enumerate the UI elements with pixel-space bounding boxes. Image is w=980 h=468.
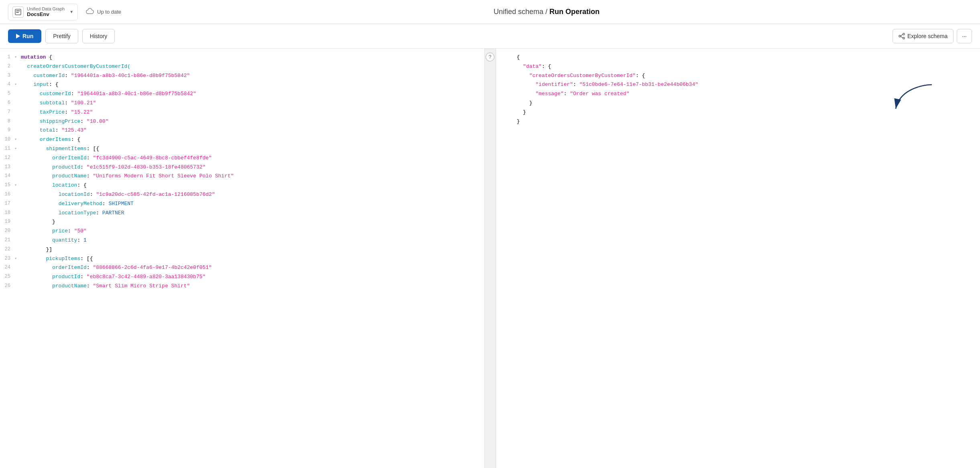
line-number: 11 — [0, 144, 14, 153]
line-number: 4 — [0, 80, 14, 88]
line-content: mutation { — [21, 53, 484, 62]
fold-arrow[interactable]: ▾ — [14, 135, 21, 143]
line-content: customerId: "1964401a-a8b3-40c1-b86e-d8b… — [21, 89, 484, 98]
fold-arrow[interactable] — [14, 89, 21, 91]
more-label: ··· — [962, 33, 967, 39]
line-content: orderItemId: "88668866-2c6d-4fa6-9e17-4b… — [21, 263, 484, 272]
run-button[interactable]: Run — [8, 29, 41, 43]
line-number: 7 — [0, 108, 14, 116]
code-line: 15▾ location: { — [0, 181, 484, 190]
code-line: 7 taxPrice: "15.22" — [0, 108, 484, 117]
toolbar-right: Explore schema ··· — [893, 29, 972, 43]
fold-arrow[interactable]: ▾ — [14, 80, 21, 88]
fold-arrow[interactable] — [14, 190, 21, 191]
line-content: quantity: 1 — [21, 236, 484, 245]
right-panel: { "data": { "createOrdersCustomerByCusto… — [496, 49, 980, 468]
explore-schema-button[interactable]: Explore schema — [893, 29, 954, 43]
fold-arrow[interactable] — [14, 263, 21, 265]
help-button[interactable]: ? — [486, 53, 494, 61]
line-content: createOrdersCustomerByCustomerId( — [21, 62, 484, 71]
result-line-content: } — [517, 117, 980, 126]
fold-arrow[interactable] — [14, 98, 21, 100]
line-number: 20 — [0, 226, 14, 235]
prettify-label: Prettify — [53, 33, 71, 39]
code-line: 22 }] — [0, 245, 484, 254]
code-line: 14 productName: "Uniforms Modern Fit Sho… — [0, 171, 484, 181]
fold-arrow[interactable]: ▾ — [14, 254, 21, 262]
line-content: shippingPrice: "10.00" — [21, 117, 484, 126]
line-content: productId: "eb8c8ca7-3c42-4489-a820-3aa1… — [21, 272, 484, 281]
line-content: productName: "Uniforms Modern Fit Short … — [21, 171, 484, 181]
code-line: 10▾ orderItems: { — [0, 135, 484, 144]
fold-arrow[interactable] — [14, 62, 21, 63]
sync-label: Up to date — [97, 9, 121, 15]
result-editor[interactable]: { "data": { "createOrdersCustomerByCusto… — [496, 49, 980, 468]
code-line: 3 customerId: "1964401a-a8b3-40c1-b86e-d… — [0, 71, 484, 80]
more-button[interactable]: ··· — [957, 29, 972, 43]
result-line: } — [496, 108, 980, 117]
fold-arrow[interactable]: ▾ — [14, 53, 21, 61]
fold-arrow[interactable] — [14, 126, 21, 127]
play-icon — [16, 34, 20, 39]
line-number: 21 — [0, 236, 14, 244]
line-number: 6 — [0, 98, 14, 107]
line-content: input: { — [21, 80, 484, 89]
env-selector[interactable]: Unified Data Graph DocsEnv ▼ — [8, 4, 78, 20]
line-content: orderItemId: "fc3d4900-c5ac-4649-8bc8-cb… — [21, 153, 484, 163]
line-content: locationType: PARTNER — [21, 208, 484, 218]
fold-arrow[interactable]: ▾ — [14, 181, 21, 189]
fold-arrow[interactable] — [14, 108, 21, 109]
fold-arrow[interactable] — [14, 236, 21, 237]
history-label: History — [90, 33, 108, 39]
code-line: 13 productId: "e1c515f9-102d-4830-b353-1… — [0, 163, 484, 172]
code-line: 11▾ shipmentItems: [{ — [0, 144, 484, 153]
code-line: 21 quantity: 1 — [0, 236, 484, 245]
fold-arrow[interactable] — [14, 272, 21, 274]
line-content: productName: "Smart Slim Micro Stripe Sh… — [21, 281, 484, 291]
fold-arrow[interactable] — [14, 171, 21, 173]
code-line: 24 orderItemId: "88668866-2c6d-4fa6-9e17… — [0, 263, 484, 272]
fold-arrow[interactable] — [14, 217, 21, 219]
line-content: price: "50" — [21, 226, 484, 236]
svg-rect-3 — [899, 35, 901, 37]
history-button[interactable]: History — [82, 29, 115, 43]
code-line: 23▾ pickupItems: [{ — [0, 254, 484, 263]
header: Unified Data Graph DocsEnv ▼ Up to date … — [0, 0, 980, 24]
result-line-content: } — [517, 98, 980, 108]
divider-panel: ? — [485, 49, 496, 468]
code-line: 8 shippingPrice: "10.00" — [0, 117, 484, 126]
line-content: location: { — [21, 181, 484, 190]
line-content: pickupItems: [{ — [21, 254, 484, 263]
fold-arrow[interactable] — [14, 281, 21, 283]
code-line: 2 createOrdersCustomerByCustomerId( — [0, 62, 484, 71]
result-line-content: "identifier": "51c0bde6-7e64-11e7-bb31-b… — [517, 80, 980, 89]
fold-arrow[interactable] — [14, 199, 21, 201]
left-panel: 1▾mutation {2 createOrdersCustomerByCust… — [0, 49, 485, 468]
fold-arrow[interactable] — [14, 117, 21, 118]
fold-arrow[interactable] — [14, 208, 21, 210]
fold-arrow[interactable]: ▾ — [14, 144, 21, 152]
line-number: 19 — [0, 217, 14, 226]
svg-rect-5 — [903, 37, 905, 39]
svg-line-6 — [901, 34, 903, 36]
svg-rect-2 — [16, 12, 19, 13]
fold-arrow[interactable] — [14, 71, 21, 73]
page-title: Unified schema / Run Operation — [121, 8, 972, 16]
line-content: orderItems: { — [21, 135, 484, 144]
prettify-button[interactable]: Prettify — [45, 29, 78, 43]
code-line: 26 productName: "Smart Slim Micro Stripe… — [0, 281, 484, 291]
fold-arrow[interactable] — [14, 226, 21, 228]
code-line: 12 orderItemId: "fc3d4900-c5ac-4649-8bc8… — [0, 153, 484, 163]
line-number: 8 — [0, 117, 14, 125]
line-number: 18 — [0, 208, 14, 217]
code-line: 9 total: "125.43" — [0, 126, 484, 135]
line-content: customerId: "1964401a-a8b3-40c1-b86e-d8b… — [21, 71, 484, 80]
code-editor[interactable]: 1▾mutation {2 createOrdersCustomerByCust… — [0, 49, 484, 468]
result-line-content: { — [517, 53, 980, 62]
fold-arrow[interactable] — [14, 163, 21, 164]
env-label: Unified Data Graph — [27, 6, 65, 11]
fold-arrow[interactable] — [14, 245, 21, 246]
code-line: 4▾ input: { — [0, 80, 484, 89]
fold-arrow[interactable] — [14, 153, 21, 155]
line-number: 5 — [0, 89, 14, 98]
